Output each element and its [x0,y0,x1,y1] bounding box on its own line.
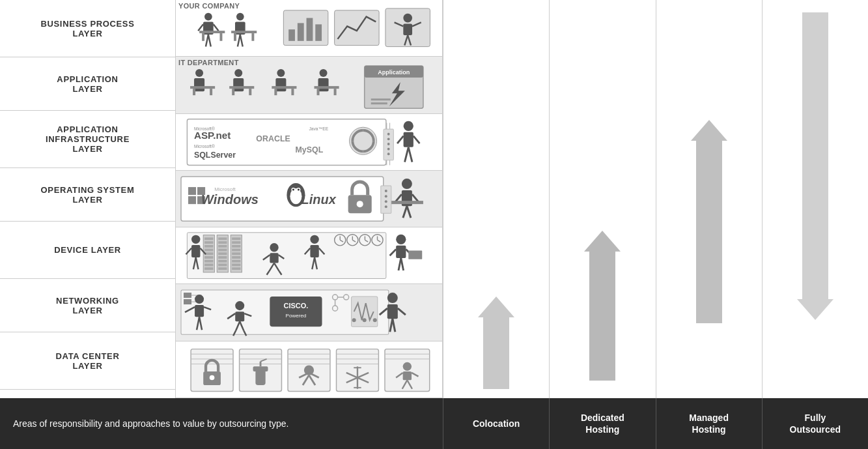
col-full-arrow-area [763,0,868,332]
col-man-arrow-area [656,111,762,332]
svg-rect-126 [218,267,227,270]
svg-rect-124 [218,260,227,263]
svg-point-151 [310,235,318,244]
svg-point-104 [385,200,387,203]
svg-text:ASP.net: ASP.net [194,130,231,141]
svg-point-206 [373,319,377,323]
svg-text:Microsoft®: Microsoft® [194,143,215,148]
svg-rect-8 [220,33,223,41]
svg-point-143 [270,243,278,252]
svg-rect-114 [204,260,213,263]
footer-label-fully-outsourced: FullyOutsourced [762,398,868,449]
svg-text:Linux: Linux [301,192,336,207]
svg-point-76 [387,147,390,150]
arrow-body-colocation [483,317,509,389]
svg-rect-182 [195,306,204,317]
layer-label-device: DEVICE LAYER [0,222,175,279]
svg-rect-15 [251,33,254,41]
col-ded-arrow-area [550,222,655,390]
svg-rect-36 [229,86,254,89]
svg-line-174 [401,258,404,270]
svg-rect-100 [391,201,423,204]
svg-point-93 [357,201,363,207]
svg-point-205 [363,319,367,323]
layers-illustration: YOUR COMPANY [176,0,443,398]
svg-point-77 [387,152,390,155]
arrow-body-fully [802,12,828,299]
svg-rect-6 [199,31,225,33]
svg-line-12 [240,35,243,47]
svg-text:MySQL: MySQL [295,145,323,154]
svg-rect-31 [190,86,215,89]
hosting-columns [443,0,868,398]
svg-rect-40 [275,78,286,91]
svg-rect-195 [270,297,322,326]
svg-text:ORACLE: ORACLE [256,134,290,143]
section-label-your-company: YOUR COMPANY [178,2,240,10]
svg-text:Application: Application [378,69,410,76]
svg-rect-128 [232,238,240,240]
svg-point-29 [195,69,203,77]
svg-point-64 [404,121,413,130]
svg-text:SQLServer: SQLServer [194,151,236,160]
svg-rect-32 [193,89,195,95]
svg-rect-125 [218,264,227,267]
col-managed [656,0,762,398]
svg-rect-175 [408,251,422,259]
svg-device [178,230,440,281]
layer-label-operating-system: OPERATING SYSTEMLAYER [0,168,175,222]
svg-rect-18 [298,23,304,40]
svg-point-39 [277,69,285,77]
svg-line-66 [397,136,404,143]
svg-rect-17 [288,29,295,41]
svg-rect-33 [210,89,212,95]
illus-device [176,227,442,284]
svg-rect-111 [204,249,213,252]
svg-text:Windows: Windows [201,192,259,207]
svg-operating-system: Microsoft Windows [178,173,440,224]
svg-rect-38 [249,89,251,95]
layer-label-data-center: DATA CENTERLAYER [0,332,175,390]
illus-data-center [176,341,442,398]
svg-rect-132 [232,252,240,255]
svg-business-process [178,5,440,56]
svg-rect-177 [184,293,191,298]
arrow-head-up-managed [691,120,727,141]
svg-rect-110 [204,245,213,248]
svg-line-98 [403,206,407,218]
svg-rect-122 [218,252,227,255]
svg-rect-109 [204,241,213,244]
arrow-head-up-colocation [478,297,514,317]
svg-point-75 [387,143,390,145]
svg-rect-152 [310,245,318,257]
svg-rect-115 [204,264,213,267]
hosting-arrows-area [443,0,868,398]
svg-rect-188 [235,312,244,322]
svg-point-90 [298,188,300,190]
svg-line-210 [398,309,406,315]
svg-line-99 [407,206,411,218]
svg-rect-41 [272,86,296,89]
svg-point-248 [403,362,412,370]
svg-point-94 [402,179,412,189]
svg-rect-21 [335,10,379,46]
svg-rect-138 [191,245,200,257]
svg-rect-7 [202,33,204,41]
svg-point-181 [195,295,204,304]
svg-point-23 [403,14,412,23]
svg-point-137 [191,235,200,244]
col-col-arrow [478,297,514,389]
svg-rect-136 [232,267,240,270]
svg-rect-178 [184,299,191,304]
svg-point-44 [320,69,328,77]
svg-text:Powered: Powered [286,313,307,319]
svg-point-34 [234,69,242,77]
svg-line-2 [198,24,203,31]
svg-rect-54 [371,102,387,104]
svg-rect-134 [232,260,240,263]
layer-label-business-process: BUSINESS PROCESSLAYER [0,0,175,57]
svg-application: Application [178,63,440,113]
footer-label-managed: ManagedHosting [656,398,762,449]
arrow-body-dedicated [589,252,615,381]
svg-point-74 [387,138,390,140]
